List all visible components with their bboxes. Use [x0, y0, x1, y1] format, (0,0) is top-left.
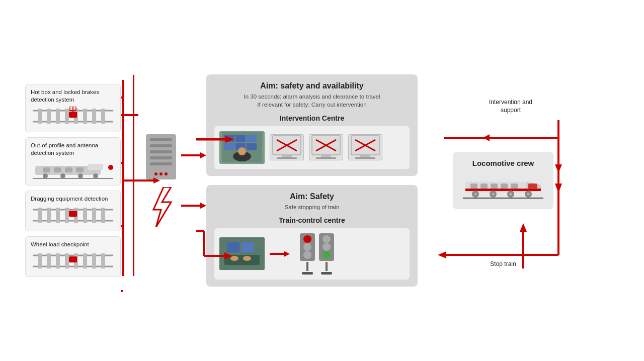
svg-rect-5 — [65, 109, 69, 124]
connector-area-left — [126, 55, 141, 306]
svg-rect-8 — [92, 109, 96, 124]
svg-rect-56 — [224, 143, 234, 150]
svg-rect-65 — [277, 157, 297, 159]
arrow-to-traffic-lights — [270, 249, 290, 259]
svg-marker-49 — [200, 152, 206, 158]
locomotive-crew-column: Locomotive crew — [448, 152, 558, 209]
svg-point-81 — [243, 256, 251, 261]
tl-light-yellow-1 — [303, 243, 311, 251]
svg-rect-18 — [76, 167, 84, 172]
svg-point-96 — [492, 193, 495, 196]
svg-rect-90 — [465, 189, 526, 191]
svg-rect-41 — [65, 253, 69, 268]
intervention-centre-content — [214, 126, 410, 169]
diagram-container: Hot box and locked brakes detection syst… — [20, 15, 624, 346]
train-icon — [463, 172, 543, 200]
svg-rect-15 — [43, 167, 50, 172]
svg-rect-14 — [88, 164, 103, 170]
svg-rect-44 — [92, 253, 96, 268]
svg-rect-17 — [65, 167, 72, 172]
svg-point-80 — [230, 256, 238, 261]
train-control-photo — [219, 237, 265, 270]
aim-box-2-title: Aim: Safety — [214, 192, 410, 201]
aim-box-1-subtitle: In 30 seconds: alarm analysis and cleara… — [214, 93, 410, 109]
tl-light-red-1 — [303, 235, 311, 243]
sensor-hot-box-icon — [31, 107, 115, 126]
svg-rect-53 — [224, 135, 234, 142]
aim-box-1: Aim: safety and availability In 30 secon… — [206, 74, 418, 175]
svg-rect-89 — [511, 184, 518, 189]
svg-point-98 — [509, 193, 512, 196]
train-control-title: Train-control centre — [214, 216, 410, 224]
svg-rect-2 — [38, 109, 42, 124]
svg-rect-54 — [235, 135, 246, 142]
tl-light-yellow-4 — [323, 243, 331, 251]
sensor-dragging-icon — [31, 206, 115, 225]
sensors-column: Hot box and locked brakes detection syst… — [25, 84, 126, 277]
traffic-light-2 — [319, 233, 334, 275]
tl-light-yellow-3 — [323, 235, 331, 243]
tl-light-green-1 — [323, 251, 331, 259]
svg-marker-51 — [200, 203, 206, 209]
svg-rect-39 — [47, 253, 51, 268]
svg-rect-33 — [92, 208, 96, 223]
tl-stem-1 — [306, 262, 308, 271]
sensor-wheel-load-label: Wheel load checkpoint — [31, 241, 115, 248]
sensor-hot-box-label: Hot box and locked brakes detection syst… — [31, 88, 115, 104]
sensor-out-of-profile-label: Out-of-profile and antenna detection sys… — [31, 142, 115, 157]
aim-box-1-title: Aim: safety and availability — [214, 81, 410, 91]
tl-box-2 — [319, 233, 334, 261]
svg-rect-45 — [101, 253, 105, 268]
tl-base-2 — [321, 272, 332, 275]
tl-light-yellow-2 — [303, 251, 311, 259]
sensor-hot-box: Hot box and locked brakes detection syst… — [25, 84, 121, 132]
sensor-wheel-load-icon — [31, 251, 115, 270]
person-at-console — [219, 131, 265, 164]
svg-point-19 — [43, 173, 48, 178]
svg-rect-9 — [101, 109, 105, 124]
svg-rect-7 — [83, 109, 87, 124]
svg-rect-92 — [528, 184, 537, 189]
svg-point-24 — [108, 165, 113, 170]
svg-point-60 — [238, 147, 246, 155]
svg-point-22 — [93, 173, 98, 178]
svg-point-100 — [527, 193, 530, 196]
svg-rect-10 — [69, 112, 77, 118]
svg-rect-75 — [355, 157, 375, 159]
monitor-x-1-icon — [272, 135, 302, 160]
svg-point-21 — [78, 173, 83, 178]
svg-rect-43 — [83, 253, 87, 268]
svg-marker-47 — [153, 187, 171, 227]
monitor-x-3-icon — [350, 135, 380, 160]
svg-rect-58 — [247, 143, 257, 150]
svg-rect-32 — [83, 208, 87, 223]
intervention-centre-title: Intervention Centre — [214, 114, 410, 122]
svg-rect-29 — [56, 208, 60, 223]
aim-box-1-subtitle-line2: If relevant for safety: Carry out interv… — [257, 102, 366, 108]
svg-rect-86 — [480, 184, 488, 189]
server-dot-3 — [165, 172, 168, 175]
svg-point-94 — [474, 193, 477, 196]
person-console-icon — [222, 132, 262, 162]
svg-rect-88 — [501, 184, 508, 189]
connector-server-to-aims — [181, 67, 206, 294]
svg-rect-4 — [56, 109, 60, 124]
traffic-light-1 — [300, 233, 315, 275]
server-lightning-col — [141, 134, 181, 227]
svg-rect-79 — [242, 242, 254, 252]
svg-rect-64 — [282, 155, 292, 157]
tl-box-1 — [300, 233, 315, 261]
locomotive-crew-title: Locomotive crew — [461, 159, 545, 167]
svg-rect-27 — [38, 208, 42, 223]
svg-marker-83 — [284, 251, 290, 257]
svg-rect-34 — [101, 208, 105, 223]
aim-box-2: Aim: Safety Safe stopping of train Train… — [206, 185, 418, 287]
locomotive-crew-box: Locomotive crew — [453, 152, 553, 209]
svg-point-20 — [60, 173, 65, 178]
train-control-content — [214, 228, 410, 280]
sensor-dragging-label: Dragging equipment detection — [31, 195, 115, 203]
svg-rect-76 — [219, 237, 265, 270]
svg-rect-46 — [69, 256, 77, 262]
tl-stem-2 — [326, 262, 328, 271]
svg-rect-16 — [54, 167, 61, 172]
